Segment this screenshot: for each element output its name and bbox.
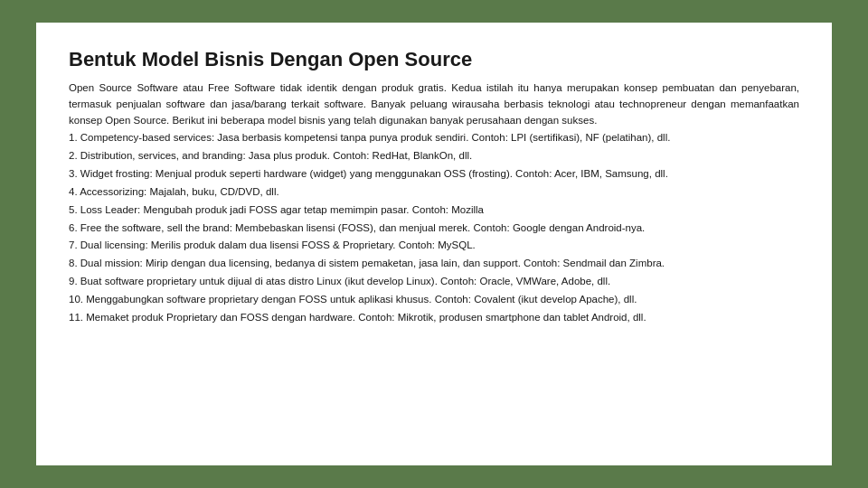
- body-paragraph-2: 1. Competency-based services: Jasa berba…: [69, 130, 799, 146]
- body-paragraph-11: 10. Menggabungkan software proprietary d…: [69, 292, 799, 308]
- body-paragraph-5: 4. Accessorizing: Majalah, buku, CD/DVD,…: [69, 184, 799, 201]
- body-paragraph-12: 11. Memaket produk Proprietary dan FOSS …: [69, 310, 799, 326]
- body-paragraph-8: 7. Dual licensing: Merilis produk dalam …: [69, 238, 799, 254]
- body-paragraph-7: 6. Free the software, sell the brand: Me…: [69, 221, 799, 237]
- slide-title: Bentuk Model Bisnis Dengan Open Source: [69, 48, 799, 71]
- body-paragraph-3: 2. Distribution, services, and branding:…: [69, 148, 799, 164]
- body-paragraph-1: Open Source Software atau Free Software …: [69, 80, 799, 128]
- body-paragraph-6: 5. Loss Leader: Mengubah produk jadi FOS…: [69, 202, 799, 219]
- slide-container: Bentuk Model Bisnis Dengan Open Source O…: [36, 23, 832, 465]
- body-paragraph-4: 3. Widget frosting: Menjual produk seper…: [69, 166, 799, 183]
- body-paragraph-10: 9. Buat software proprietary untuk dijua…: [69, 274, 799, 290]
- body-paragraph-9: 8. Dual mission: Mirip dengan dua licens…: [69, 256, 799, 272]
- slide-body: Open Source Software atau Free Software …: [69, 80, 799, 325]
